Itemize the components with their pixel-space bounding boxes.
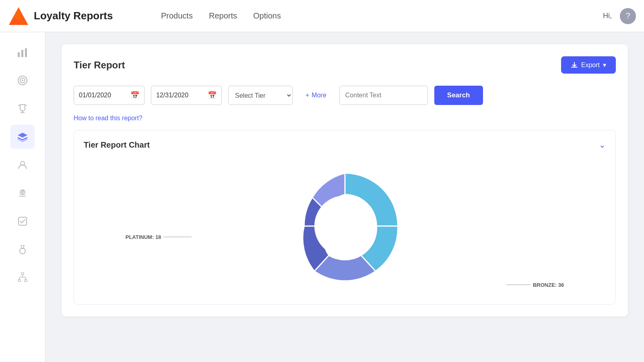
sidebar bbox=[0, 32, 45, 362]
main-content: Tier Report Export ▾ 📅 bbox=[45, 32, 644, 362]
sidebar-item-user[interactable] bbox=[10, 153, 35, 177]
more-button[interactable]: + More bbox=[299, 86, 333, 105]
sidebar-item-medal[interactable] bbox=[10, 237, 35, 261]
filter-row: 📅 📅 Select Tier Bronze Silver Gold Plati… bbox=[74, 86, 616, 105]
sidebar-item-checklist[interactable] bbox=[10, 209, 35, 233]
chart-card: Tier Report Chart ⌄ bbox=[74, 130, 616, 304]
sidebar-item-layers[interactable] bbox=[10, 125, 35, 149]
platinum-label-line bbox=[163, 233, 192, 241]
sidebar-item-money[interactable] bbox=[10, 181, 35, 205]
end-date-calendar-icon[interactable]: 📅 bbox=[208, 91, 217, 100]
donut-chart-wrap: PLATINUM: 18 BRONZE: 36 bbox=[84, 158, 606, 294]
start-date-wrap: 📅 bbox=[74, 86, 144, 105]
svg-rect-3 bbox=[21, 50, 23, 57]
sidebar-item-trophy[interactable] bbox=[10, 97, 35, 121]
top-nav: Loyalty Reports Products Reports Options… bbox=[0, 0, 644, 32]
more-label: More bbox=[312, 92, 326, 99]
svg-rect-4 bbox=[25, 48, 27, 57]
svg-rect-2 bbox=[18, 52, 20, 57]
nav-options[interactable]: Options bbox=[253, 10, 281, 22]
select-tier-dropdown[interactable]: Select Tier Bronze Silver Gold Platinum bbox=[228, 86, 293, 105]
logo-icon bbox=[8, 6, 29, 27]
nav-links: Products Reports Options bbox=[161, 10, 603, 22]
end-date-wrap: 📅 bbox=[151, 86, 222, 105]
end-date-input[interactable] bbox=[156, 92, 204, 99]
content-text-input[interactable] bbox=[339, 86, 428, 105]
export-button[interactable]: Export ▾ bbox=[561, 56, 616, 74]
chart-header: Tier Report Chart ⌄ bbox=[84, 140, 606, 150]
plus-icon: + bbox=[305, 92, 309, 99]
sidebar-item-target[interactable] bbox=[10, 68, 35, 93]
hi-text: Hi, bbox=[603, 12, 612, 20]
chart-title: Tier Report Chart bbox=[84, 140, 150, 150]
svg-rect-14 bbox=[21, 273, 24, 275]
platinum-label: PLATINUM: 18 bbox=[126, 233, 192, 241]
svg-point-7 bbox=[22, 80, 23, 81]
svg-point-13 bbox=[20, 248, 25, 254]
nav-right: Hi, ? bbox=[603, 8, 636, 24]
start-date-calendar-icon[interactable]: 📅 bbox=[130, 91, 139, 100]
page-title: Tier Report bbox=[74, 60, 125, 71]
logo-area: Loyalty Reports bbox=[8, 6, 161, 27]
bronze-label: BRONZE: 36 bbox=[506, 281, 564, 289]
app-title: Loyalty Reports bbox=[34, 10, 113, 22]
start-date-input[interactable] bbox=[79, 92, 127, 99]
svg-rect-16 bbox=[25, 280, 27, 282]
donut-chart-svg bbox=[272, 154, 417, 298]
bronze-label-line bbox=[506, 281, 530, 289]
chart-collapse-chevron-icon[interactable]: ⌄ bbox=[599, 140, 606, 150]
nav-products[interactable]: Products bbox=[161, 10, 193, 22]
main-layout: Tier Report Export ▾ 📅 bbox=[0, 32, 644, 362]
page-header: Tier Report Export ▾ bbox=[74, 56, 616, 74]
nav-reports[interactable]: Reports bbox=[209, 10, 237, 22]
help-link[interactable]: How to read this report? bbox=[74, 115, 142, 122]
export-label: Export bbox=[581, 62, 600, 69]
page-card: Tier Report Export ▾ 📅 bbox=[62, 44, 628, 317]
sidebar-item-bar-chart[interactable] bbox=[10, 40, 35, 64]
export-chevron-icon: ▾ bbox=[603, 61, 606, 69]
search-button[interactable]: Search bbox=[434, 86, 483, 105]
sidebar-item-org[interactable] bbox=[10, 265, 35, 290]
svg-rect-15 bbox=[18, 280, 21, 282]
help-button[interactable]: ? bbox=[620, 8, 636, 24]
download-icon bbox=[571, 62, 578, 69]
